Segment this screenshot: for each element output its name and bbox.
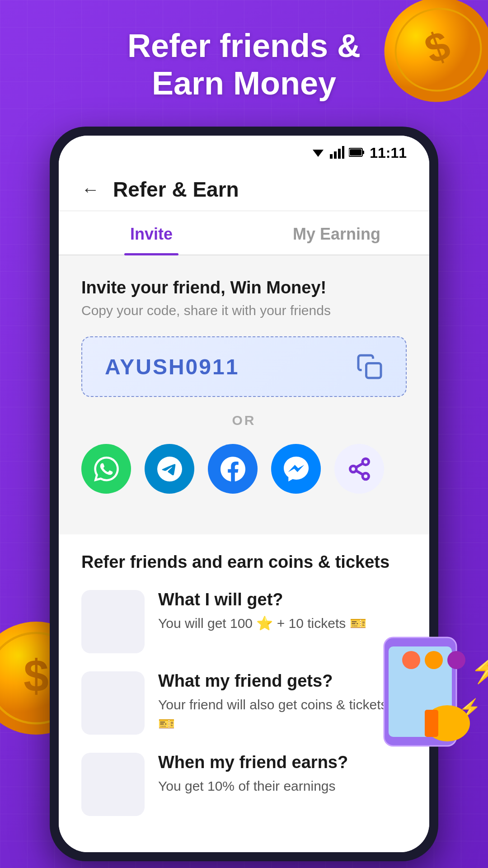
earn-item-1-title: What I will get? <box>158 590 407 609</box>
battery-icon <box>349 147 365 160</box>
earn-item-3-title: When my friend earns? <box>158 753 407 772</box>
page-title: Refer & Earn <box>113 177 239 202</box>
navigation-bar: ← Refer & Earn <box>59 166 429 211</box>
referral-code-text: AYUSH0911 <box>105 354 239 379</box>
svg-point-26 <box>447 651 465 669</box>
status-time: 11:11 <box>370 145 407 161</box>
earn-item-3-icon <box>81 753 145 816</box>
svg-rect-28 <box>425 710 438 737</box>
earn-item-1-icon <box>81 590 145 653</box>
status-bar: 11:11 <box>59 136 429 166</box>
svg-rect-8 <box>334 151 337 159</box>
tabs-container: Invite My Earning <box>59 211 429 255</box>
earn-item-2-title: What my friend gets? <box>158 671 407 691</box>
earn-item-1: What I will get? You will get 100 ⭐ + 10… <box>81 590 407 653</box>
earn-item-3-desc: You get 10% of their earnings <box>158 777 407 796</box>
svg-rect-7 <box>330 154 333 159</box>
invite-heading: Invite your friend, Win Money! <box>81 278 407 297</box>
svg-point-15 <box>362 458 369 465</box>
earn-section: Refer friends and earn coins & tickets W… <box>59 534 429 852</box>
earn-item-1-content: What I will get? You will get 100 ⭐ + 10… <box>158 590 407 633</box>
svg-text:⚡: ⚡ <box>470 653 488 685</box>
share-buttons-row <box>81 444 407 494</box>
facebook-share-button[interactable] <box>208 444 258 494</box>
earn-item-3-content: When my friend earns? You get 10% of the… <box>158 753 407 796</box>
svg-rect-14 <box>366 363 381 378</box>
svg-point-24 <box>402 651 420 669</box>
wifi-icon <box>311 146 325 160</box>
header-section: Refer friends & Earn Money <box>0 27 488 102</box>
copy-icon[interactable] <box>356 353 383 380</box>
tab-invite[interactable]: Invite <box>59 211 244 255</box>
svg-rect-9 <box>338 149 341 159</box>
svg-point-17 <box>362 473 369 479</box>
or-divider: OR <box>81 413 407 428</box>
earn-item-2-desc: Your friend will also get coins & ticket… <box>158 695 407 733</box>
earn-item-2-icon <box>81 671 145 735</box>
svg-line-18 <box>356 470 363 474</box>
earn-item-3: When my friend earns? You get 10% of the… <box>81 753 407 816</box>
earn-item-1-desc: You will get 100 ⭐ + 10 tickets 🎫 <box>158 614 407 633</box>
svg-line-19 <box>356 463 363 467</box>
back-button[interactable]: ← <box>81 179 99 200</box>
svg-point-16 <box>350 466 356 472</box>
content-area: Invite your friend, Win Money! Copy your… <box>59 255 429 534</box>
referral-code-box[interactable]: AYUSH0911 <box>81 336 407 397</box>
messenger-share-button[interactable] <box>271 444 321 494</box>
svg-rect-12 <box>362 151 364 154</box>
telegram-share-button[interactable] <box>145 444 194 494</box>
svg-marker-6 <box>313 150 324 157</box>
svg-text:$: $ <box>23 651 49 701</box>
svg-rect-13 <box>350 149 361 156</box>
earn-item-2: What my friend gets? Your friend will al… <box>81 671 407 735</box>
svg-rect-10 <box>342 146 344 159</box>
svg-point-25 <box>425 651 443 669</box>
more-share-button[interactable] <box>334 444 384 494</box>
tab-my-earning[interactable]: My Earning <box>244 211 429 255</box>
header-title: Refer friends & Earn Money <box>0 27 488 102</box>
invite-subtext: Copy your code, share it with your frien… <box>81 303 407 318</box>
signal-icon <box>330 146 344 160</box>
earn-heading: Refer friends and earn coins & tickets <box>81 552 407 572</box>
promo-illustration: ⚡ ⚡ <box>375 624 488 769</box>
whatsapp-share-button[interactable] <box>81 444 131 494</box>
earn-item-2-content: What my friend gets? Your friend will al… <box>158 671 407 733</box>
